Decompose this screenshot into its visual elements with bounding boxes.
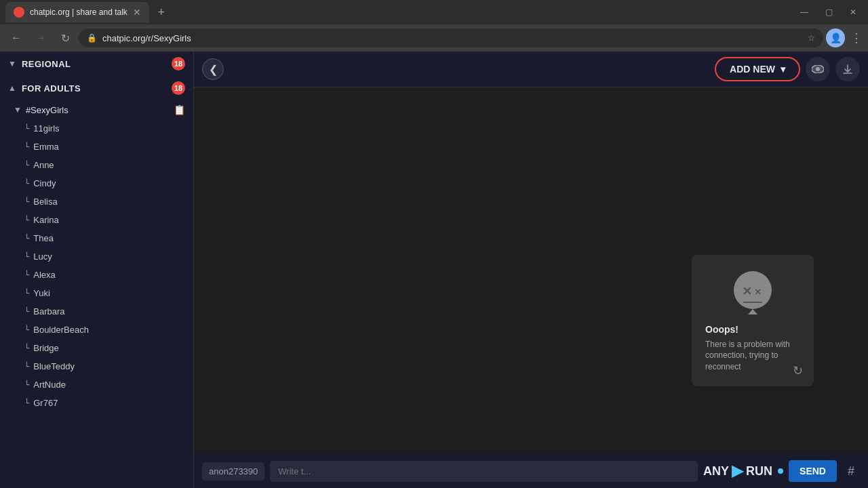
item-arrow-icon: └ <box>24 161 29 170</box>
sidebar-item-barbara[interactable]: └ Barbara <box>0 302 193 321</box>
sidebar-item-label: Belisa <box>33 197 57 207</box>
add-new-label: ADD NEW <box>730 64 775 75</box>
lock-icon: 🔒 <box>87 33 97 43</box>
sidebar-item-label: Cindy <box>33 178 56 188</box>
regional-badge: 18 <box>172 57 185 70</box>
message-input[interactable] <box>270 461 698 482</box>
sidebar-item-label: Gr767 <box>33 398 58 408</box>
anyrun-run-text: RUN <box>746 464 772 479</box>
sidebar-item-alexa[interactable]: └ Alexa <box>0 266 193 284</box>
item-arrow-icon: └ <box>24 344 29 353</box>
new-tab-button[interactable]: + <box>152 3 171 22</box>
tab-close-button[interactable]: ✕ <box>133 7 141 18</box>
item-arrow-icon: └ <box>24 270 29 280</box>
forward-nav-button[interactable]: → <box>30 27 52 49</box>
sidebar-item-label: BoulderBeach <box>33 325 89 335</box>
eye-icon <box>812 65 824 73</box>
sidebar-item-artnude[interactable]: └ ArtNude <box>0 375 193 394</box>
error-dialog: ✕ × Ooops! There is a problem with conne… <box>692 255 814 386</box>
window-controls: — ▢ ✕ <box>795 3 863 22</box>
sidebar-item-label: 11girls <box>33 123 59 134</box>
send-button[interactable]: SEND <box>789 460 837 482</box>
error-face-icon: ✕ × <box>729 268 776 316</box>
error-message: There is a problem with connection, tryi… <box>705 339 800 373</box>
sidebar-item-boulderbeach[interactable]: └ BoulderBeach <box>0 321 193 339</box>
main-toolbar: ❮ ADD NEW ▾ <box>194 52 868 87</box>
sidebar-item-label: Thea <box>33 233 54 243</box>
sidebar-item-emma[interactable]: └ Emma <box>0 138 193 156</box>
sidebar-item-label: Alexa <box>33 270 56 280</box>
for-adults-section-header[interactable]: ▲ FOR ADULTS 18 <box>0 76 193 100</box>
eye-button[interactable] <box>806 57 830 81</box>
svg-point-4 <box>734 271 772 309</box>
anyrun-dot-icon <box>778 468 783 474</box>
svg-point-3 <box>816 67 820 71</box>
back-nav-button[interactable]: ← <box>5 27 27 49</box>
sexygirls-copy-icon: 📋 <box>174 104 185 115</box>
profile-icon[interactable]: 👤 <box>826 28 845 47</box>
main-content: ❮ ADD NEW ▾ <box>194 52 868 488</box>
sidebar: ▼ REGIONAL 18 ▲ FOR ADULTS 18 ▼ #SexyGir… <box>0 52 194 488</box>
item-arrow-icon: └ <box>24 216 29 225</box>
error-spinner-icon: ↻ <box>793 363 803 378</box>
item-arrow-icon: └ <box>24 380 29 390</box>
sidebar-item-lucy[interactable]: └ Lucy <box>0 247 193 266</box>
address-bar[interactable]: 🔒 chatpic.org/r/SexyGirls ☆ <box>79 28 823 47</box>
error-title: Ooops! <box>705 324 800 335</box>
app-container: ▼ REGIONAL 18 ▲ FOR ADULTS 18 ▼ #SexyGir… <box>0 52 868 488</box>
sidebar-item-label: Emma <box>33 142 59 152</box>
for-adults-section-title: FOR ADULTS <box>22 83 166 94</box>
for-adults-arrow-icon: ▲ <box>8 83 16 93</box>
star-icon: ☆ <box>808 33 815 43</box>
address-text: chatpic.org/r/SexyGirls <box>102 33 802 43</box>
item-arrow-icon: └ <box>24 252 29 262</box>
add-new-button[interactable]: ADD NEW ▾ <box>715 57 800 81</box>
minimize-button[interactable]: — <box>795 3 814 22</box>
regional-section-header[interactable]: ▼ REGIONAL 18 <box>0 52 193 76</box>
hash-button[interactable]: # <box>842 462 860 481</box>
sidebar-item-karina[interactable]: └ Karina <box>0 211 193 229</box>
download-button[interactable] <box>835 57 860 81</box>
item-arrow-icon: └ <box>24 307 29 317</box>
item-arrow-icon: └ <box>24 325 29 335</box>
item-arrow-icon: └ <box>24 234 29 243</box>
anyrun-any-text: ANY <box>703 464 729 479</box>
sidebar-item-gr767[interactable]: └ Gr767 <box>0 394 193 412</box>
sidebar-item-cindy[interactable]: └ Cindy <box>0 174 193 192</box>
regional-section-title: REGIONAL <box>22 59 166 69</box>
sidebar-item-label: BlueTeddy <box>33 361 75 371</box>
sidebar-item-label: Barbara <box>33 306 64 317</box>
back-icon: ❮ <box>209 63 218 76</box>
browser-nav: ← → ↻ 🔒 chatpic.org/r/SexyGirls ☆ 👤 ⋮ <box>0 24 868 52</box>
download-icon <box>842 64 853 75</box>
sidebar-item-label: Lucy <box>33 251 52 262</box>
for-adults-badge: 18 <box>172 81 185 95</box>
item-arrow-icon: └ <box>24 362 29 371</box>
sexygirls-subsection[interactable]: ▼ #SexyGirls 📋 <box>0 100 193 119</box>
sidebar-item-thea[interactable]: └ Thea <box>0 229 193 247</box>
chat-input-bar: anon273390 ANY ▶ RUN SEND # <box>194 454 868 488</box>
back-button[interactable]: ❮ <box>202 58 224 80</box>
sexygirls-arrow-icon: ▼ <box>14 105 22 115</box>
item-arrow-icon: └ <box>24 142 29 152</box>
sidebar-item-label: ArtNude <box>33 380 66 390</box>
item-arrow-icon: └ <box>24 289 29 298</box>
reload-button[interactable]: ↻ <box>54 27 76 49</box>
sidebar-item-belisa[interactable]: └ Belisa <box>0 192 193 211</box>
tab-favicon <box>14 7 24 18</box>
close-button[interactable]: ✕ <box>844 3 863 22</box>
add-new-chevron-icon: ▾ <box>781 64 785 75</box>
sidebar-item-anne[interactable]: └ Anne <box>0 156 193 174</box>
sidebar-item-blueteddy[interactable]: └ BlueTeddy <box>0 357 193 375</box>
sidebar-item-label: Bridge <box>33 343 59 353</box>
browser-tab[interactable]: chatpic.org | share and talk ✕ <box>5 2 149 22</box>
sidebar-item-bridge[interactable]: └ Bridge <box>0 339 193 357</box>
svg-text:×: × <box>755 286 761 298</box>
sidebar-item-yuki[interactable]: └ Yuki <box>0 284 193 302</box>
anyrun-logo: ANY ▶ RUN <box>703 462 772 480</box>
browser-menu-button[interactable]: ⋮ <box>850 30 863 45</box>
sidebar-item-11girls[interactable]: └ 11girls <box>0 119 193 138</box>
maximize-button[interactable]: ▢ <box>819 3 838 22</box>
regional-arrow-icon: ▼ <box>8 59 16 68</box>
item-arrow-icon: └ <box>24 197 29 207</box>
